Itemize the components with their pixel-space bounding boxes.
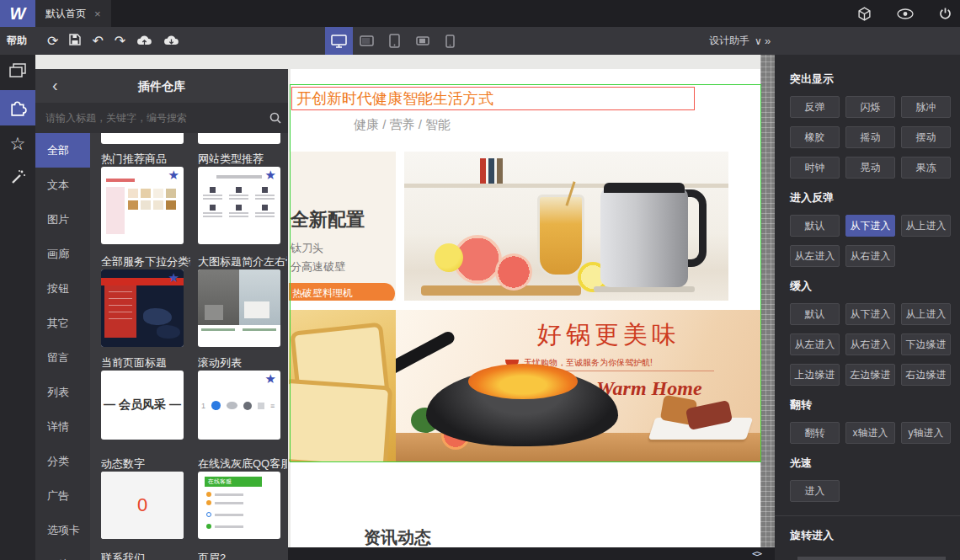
favorite-star-icon[interactable]: ★ bbox=[265, 168, 276, 181]
anim-button[interactable]: 上边缘进 bbox=[790, 364, 840, 386]
anim-button[interactable]: 时钟 bbox=[790, 157, 840, 179]
anim-button[interactable]: 左边缘进 bbox=[845, 364, 895, 386]
close-tab-icon[interactable]: × bbox=[94, 8, 101, 20]
anim-button[interactable]: 从左进入 bbox=[790, 245, 840, 267]
animation-panel: 突出显示 反弹 闪烁 脉冲 橡胶 摇动 摆动 时钟 晃动 果冻 进入反弹 默认 … bbox=[775, 55, 960, 560]
plugin-card-dynamic-number[interactable]: 0 bbox=[101, 472, 184, 539]
thumb-graphic bbox=[128, 189, 179, 210]
anim-button[interactable]: 从下进入 bbox=[845, 303, 895, 325]
refresh-icon[interactable]: ⟳ bbox=[47, 35, 58, 48]
category-list[interactable]: 列表 bbox=[35, 375, 90, 409]
plugin-card-site-types[interactable]: ★ bbox=[198, 167, 280, 244]
redo-icon[interactable]: ↷ bbox=[115, 35, 125, 48]
design-assistant-menu[interactable]: 设计助手 ∨ bbox=[709, 27, 762, 55]
plugin-card-partial[interactable] bbox=[101, 133, 184, 144]
clear-animation-button[interactable]: 清除动画 bbox=[797, 557, 946, 560]
plugin-label: 滚动列表 bbox=[198, 355, 242, 371]
device-desktop-button[interactable] bbox=[325, 27, 353, 55]
category-detail[interactable]: 详情 bbox=[35, 409, 90, 444]
anim-button[interactable]: 脉冲 bbox=[901, 96, 951, 118]
news-section-title[interactable]: 资讯动态 bbox=[364, 526, 431, 547]
anim-button[interactable]: 下边缘进 bbox=[901, 333, 951, 355]
category-nav[interactable]: 导航 bbox=[35, 547, 90, 560]
thumb-graphic bbox=[206, 524, 243, 529]
category-message[interactable]: 留言 bbox=[35, 340, 90, 375]
device-phone-landscape-button[interactable] bbox=[408, 27, 436, 55]
plugin-card-scroll-list[interactable]: ★ 1 ≡ bbox=[198, 371, 280, 440]
favorite-star-icon[interactable]: ★ bbox=[168, 271, 179, 284]
anim-button[interactable]: 从右进入 bbox=[845, 333, 895, 355]
anim-button[interactable]: x轴进入 bbox=[845, 422, 895, 444]
anim-button[interactable]: 从上进入 bbox=[901, 303, 951, 325]
anim-button[interactable]: y轴进入 bbox=[901, 422, 951, 444]
category-classify[interactable]: 分类 bbox=[35, 444, 90, 478]
favorite-star-icon[interactable]: ★ bbox=[265, 372, 276, 385]
plugin-label: 热门推荐商品 bbox=[101, 152, 167, 167]
category-button[interactable]: 按钮 bbox=[35, 271, 90, 306]
thumb-graphic bbox=[206, 492, 243, 497]
section-title-rotate-in: 旋转进入 bbox=[790, 528, 952, 543]
plugin-library-panel: ‹ 插件仓库 全部 文本 图片 画廊 按钮 其它 留言 列表 详情 分类 广告 … bbox=[35, 69, 288, 560]
category-other[interactable]: 其它 bbox=[35, 306, 90, 340]
anim-button[interactable]: 默认 bbox=[790, 215, 840, 237]
category-image[interactable]: 图片 bbox=[35, 202, 90, 237]
device-tablet-landscape-button[interactable] bbox=[353, 27, 381, 55]
favorite-star-icon[interactable]: ★ bbox=[168, 168, 179, 181]
category-all[interactable]: 全部 bbox=[35, 133, 90, 168]
pages-icon bbox=[9, 63, 26, 83]
anim-button[interactable]: 默认 bbox=[790, 303, 840, 325]
search-icon[interactable] bbox=[263, 112, 288, 124]
anim-button[interactable]: 进入 bbox=[790, 480, 840, 502]
app-logo[interactable]: W bbox=[0, 0, 35, 27]
sidebar-item-pages[interactable] bbox=[0, 55, 35, 90]
anim-button[interactable]: 翻转 bbox=[790, 422, 840, 444]
3d-cube-icon[interactable] bbox=[857, 7, 872, 21]
anim-button[interactable]: 晃动 bbox=[845, 157, 895, 179]
category-ad[interactable]: 广告 bbox=[35, 478, 90, 513]
device-tablet-portrait-button[interactable] bbox=[381, 27, 408, 55]
selected-title-element[interactable]: 开创新时代健康智能生活方式 bbox=[291, 87, 695, 110]
collapse-panel-icon[interactable]: » bbox=[765, 27, 771, 55]
anim-button[interactable]: 反弹 bbox=[790, 96, 840, 118]
plugin-card-page-title[interactable]: — 会员风采 — bbox=[101, 371, 184, 440]
category-text[interactable]: 文本 bbox=[35, 168, 90, 202]
device-phone-portrait-button[interactable] bbox=[436, 27, 464, 55]
plugin-card-qq-service[interactable]: 在线客服 bbox=[198, 472, 280, 539]
anim-button[interactable]: 果冻 bbox=[901, 157, 951, 179]
sidebar-item-plugins[interactable] bbox=[0, 90, 35, 125]
code-view-icon[interactable]: <> bbox=[752, 548, 761, 559]
plugin-search-input[interactable] bbox=[35, 112, 263, 124]
thumb-graphic bbox=[106, 179, 135, 182]
anim-button[interactable]: 右边缘进 bbox=[901, 364, 951, 386]
anim-button-active[interactable]: 从下进入 bbox=[845, 215, 895, 237]
category-tabs[interactable]: 选项卡 bbox=[35, 513, 90, 547]
sidebar-item-favorites[interactable]: ☆ bbox=[0, 125, 35, 161]
page-tab[interactable]: 默认首页 × bbox=[35, 0, 111, 27]
device-preview-switcher bbox=[325, 27, 464, 55]
anim-button[interactable]: 摇动 bbox=[845, 126, 895, 148]
app-window: 全新配置 钛刀头 分高速破壁 热破壁料理机 bbox=[0, 0, 960, 560]
help-menu[interactable]: 帮助 bbox=[7, 27, 27, 55]
anim-button[interactable]: 从右进入 bbox=[845, 245, 895, 267]
plugin-card-partial[interactable] bbox=[198, 133, 280, 144]
preview-eye-icon[interactable] bbox=[897, 8, 914, 19]
anim-button[interactable]: 从上进入 bbox=[901, 215, 951, 237]
anim-button[interactable]: 橡胶 bbox=[790, 126, 840, 148]
canvas-scrollbar[interactable] bbox=[760, 55, 775, 547]
page-subtitle-text[interactable]: 健康 / 营养 / 智能 bbox=[354, 117, 451, 133]
power-exit-icon[interactable] bbox=[939, 8, 952, 20]
save-icon[interactable] bbox=[69, 34, 81, 49]
category-gallery[interactable]: 画廊 bbox=[35, 237, 90, 271]
anim-button[interactable]: 闪烁 bbox=[845, 96, 895, 118]
anim-button[interactable]: 摆动 bbox=[901, 126, 951, 148]
cloud-upload-icon[interactable] bbox=[136, 34, 152, 49]
anim-button[interactable]: 从左进入 bbox=[790, 333, 840, 355]
sidebar-item-wizard[interactable] bbox=[0, 161, 35, 196]
plugin-panel-title: 插件仓库 bbox=[35, 69, 288, 103]
cloud-download-icon[interactable] bbox=[163, 34, 179, 49]
plugin-card-hot-products[interactable]: ★ bbox=[101, 167, 184, 244]
plugin-card-big-image-slider[interactable] bbox=[198, 269, 280, 347]
plugin-card-dropdown-nav[interactable]: ★ bbox=[101, 269, 184, 347]
undo-icon[interactable]: ↶ bbox=[92, 35, 103, 48]
plugin-label: 网站类型推荐 bbox=[198, 152, 264, 167]
